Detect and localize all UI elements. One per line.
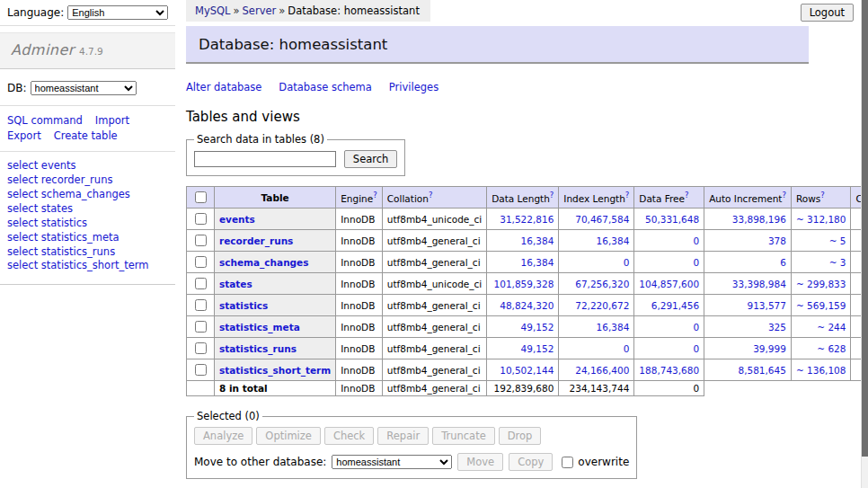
search-input[interactable]: [194, 151, 336, 167]
sidebar-select-link[interactable]: select statistics_runs: [7, 245, 175, 260]
sidebar-select-link[interactable]: select schema_changes: [7, 188, 175, 202]
move-database-select[interactable]: homeassistant: [332, 455, 452, 469]
rows-count-link[interactable]: ~ 312,180: [796, 214, 846, 225]
auto-increment-link[interactable]: 6: [780, 257, 786, 268]
auto-increment-help-link[interactable]: ?: [782, 191, 786, 200]
table-name-link[interactable]: states: [219, 279, 252, 289]
row-checkbox[interactable]: [195, 299, 207, 311]
selected-action-button[interactable]: Check: [324, 427, 374, 445]
data-free-link[interactable]: 0: [693, 343, 699, 354]
selected-action-button[interactable]: Optimize: [256, 427, 321, 445]
alter-database-link[interactable]: Alter database: [186, 81, 261, 93]
auto-increment-link[interactable]: 325: [768, 322, 786, 333]
index-length-link[interactable]: 72,220,672: [575, 300, 629, 311]
table-name-link[interactable]: statistics_meta: [219, 322, 300, 333]
engine-help-link[interactable]: ?: [373, 191, 377, 200]
data-free-link[interactable]: 0: [693, 235, 699, 246]
database-links: Alter databaseDatabase schemaPrivileges: [186, 81, 861, 93]
table-name-link[interactable]: statistics_short_term: [219, 365, 331, 376]
db-select[interactable]: homeassistant: [31, 81, 137, 95]
privileges-link[interactable]: Privileges: [389, 81, 438, 93]
selected-action-button[interactable]: Drop: [499, 427, 542, 445]
table-name-link[interactable]: statistics: [219, 300, 268, 311]
row-checkbox[interactable]: [195, 342, 207, 354]
search-button[interactable]: Search: [344, 150, 398, 168]
overwrite-checkbox[interactable]: [562, 457, 573, 468]
row-checkbox[interactable]: [195, 213, 207, 225]
scrollbar-thumb[interactable]: [862, 0, 868, 457]
table-name-link[interactable]: recorder_runs: [219, 235, 293, 246]
rows-count-link[interactable]: ~ 3: [829, 257, 846, 268]
index-length-link[interactable]: 0: [624, 343, 630, 354]
auto-increment-link[interactable]: 33,898,196: [732, 214, 786, 225]
language-select[interactable]: English: [67, 5, 168, 20]
sidebar-link-import[interactable]: Import: [95, 114, 129, 127]
rows-count-link[interactable]: ~ 136,108: [796, 365, 846, 376]
rows-count-link[interactable]: ~ 569,159: [796, 300, 846, 311]
sidebar-select-link[interactable]: select events: [7, 159, 175, 173]
index-length-link[interactable]: 0: [624, 257, 630, 268]
index-length-link[interactable]: 24,166,400: [575, 365, 629, 376]
row-checkbox[interactable]: [195, 278, 207, 289]
rows-count-link[interactable]: ~ 5: [829, 235, 846, 246]
index-length-link[interactable]: 67,256,320: [575, 279, 629, 289]
auto-increment-link[interactable]: 913,577: [748, 300, 786, 311]
index-length-link[interactable]: 70,467,584: [575, 214, 629, 225]
table-name-link[interactable]: statistics_runs: [219, 343, 297, 354]
data-length-link[interactable]: 10,502,144: [500, 365, 554, 376]
rows-help-link[interactable]: ?: [820, 191, 825, 200]
selected-action-button[interactable]: Analyze: [194, 427, 252, 445]
auto-increment-link[interactable]: 8,581,645: [738, 365, 785, 376]
rows-count-link[interactable]: ~ 628: [817, 343, 846, 354]
rows-count-link[interactable]: ~ 244: [817, 322, 846, 333]
data-length-link[interactable]: 16,384: [521, 257, 554, 268]
data-free-link[interactable]: 0: [693, 257, 699, 268]
sidebar-link-create-table[interactable]: Create table: [54, 129, 118, 142]
index-length-help-link[interactable]: ?: [625, 191, 630, 200]
row-checkbox[interactable]: [195, 235, 207, 246]
row-checkbox[interactable]: [195, 321, 207, 333]
sidebar-select-link[interactable]: select statistics_meta: [7, 231, 175, 245]
database-schema-link[interactable]: Database schema: [279, 81, 371, 93]
index-length-link[interactable]: 16,384: [597, 322, 630, 333]
selected-action-button[interactable]: Repair: [377, 427, 429, 445]
logout-button[interactable]: Logout: [801, 4, 854, 22]
rows-count-link[interactable]: ~ 299,833: [796, 279, 846, 289]
sidebar-select-link[interactable]: select recorder_runs: [7, 173, 175, 188]
vertical-scrollbar[interactable]: [861, 0, 868, 488]
breadcrumb-server-link[interactable]: Server: [243, 4, 277, 17]
sidebar-select-link[interactable]: select statistics_short_term: [7, 259, 175, 273]
auto-increment-link[interactable]: 33,398,984: [732, 279, 786, 289]
data-free-link[interactable]: 6,291,456: [651, 300, 699, 311]
data-free-help-link[interactable]: ?: [685, 191, 689, 200]
auto-increment-link[interactable]: 39,999: [753, 343, 786, 354]
auto-increment-link[interactable]: 378: [768, 235, 786, 246]
data-length-link[interactable]: 49,152: [521, 343, 554, 354]
collation-help-link[interactable]: ?: [429, 191, 433, 200]
data-free-link[interactable]: 188,743,680: [639, 365, 699, 376]
table-row: events InnoDB utf8mb4_unicode_ci 31,522,…: [187, 209, 868, 230]
sidebar-link-sql-command[interactable]: SQL command: [7, 114, 83, 127]
table-name-link[interactable]: schema_changes: [219, 257, 309, 268]
copy-button[interactable]: Copy: [509, 453, 553, 471]
data-length-link[interactable]: 31,522,816: [500, 214, 554, 225]
data-length-help-link[interactable]: ?: [550, 191, 554, 200]
data-free-link[interactable]: 0: [693, 322, 699, 333]
select-all-checkbox[interactable]: [195, 191, 207, 203]
selected-action-button[interactable]: Truncate: [432, 427, 495, 445]
data-length-link[interactable]: 16,384: [521, 235, 554, 246]
table-name-link[interactable]: events: [219, 214, 255, 225]
sidebar-link-export[interactable]: Export: [7, 129, 41, 142]
sidebar-select-link[interactable]: select states: [7, 202, 175, 217]
data-free-link[interactable]: 50,331,648: [645, 214, 699, 225]
breadcrumb-mysql-link[interactable]: MySQL: [195, 4, 231, 17]
index-length-link[interactable]: 16,384: [597, 235, 630, 246]
row-checkbox[interactable]: [195, 364, 207, 376]
data-free-link[interactable]: 104,857,600: [639, 279, 699, 289]
move-button[interactable]: Move: [457, 453, 503, 471]
row-checkbox[interactable]: [195, 256, 207, 268]
data-length-link[interactable]: 48,824,320: [500, 300, 554, 311]
data-length-link[interactable]: 101,859,328: [494, 279, 554, 289]
data-length-link[interactable]: 49,152: [521, 322, 554, 333]
sidebar-select-link[interactable]: select statistics: [7, 217, 175, 231]
